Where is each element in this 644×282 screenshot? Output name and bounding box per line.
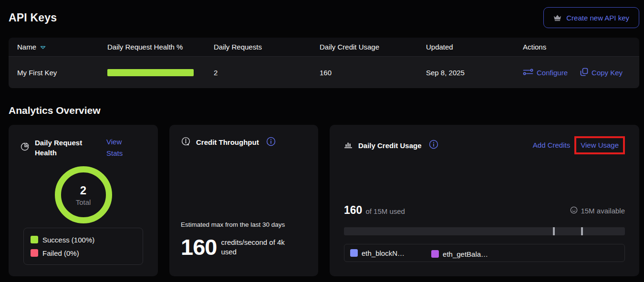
- daily-request-health-card: Daily Request Health View Stats 2 Total …: [9, 125, 158, 276]
- column-header-daily-requests: Daily Requests: [214, 43, 320, 51]
- updated-value: Sep 8, 2025: [426, 69, 523, 77]
- request-health-legend: Success (100%) Failed (0%): [23, 228, 143, 265]
- api-key-name: My First Key: [17, 69, 107, 77]
- credits-used-suffix: of 15M used: [365, 207, 405, 215]
- configure-button[interactable]: Configure: [523, 68, 568, 77]
- configure-label: Configure: [537, 69, 568, 77]
- credit-throughput-stats: Estimated max from the last 30 days 160 …: [181, 221, 307, 258]
- column-header-daily-credit-usage: Daily Credit Usage: [320, 43, 426, 51]
- column-header-name[interactable]: Name: [17, 43, 107, 51]
- success-label: Success (100%): [42, 236, 94, 244]
- add-credits-link[interactable]: Add Credits: [533, 140, 570, 151]
- daily-credit-usage-card: Daily Credit Usage Add Credits View Usag…: [330, 125, 639, 276]
- topbar: API Keys Create new API key: [9, 0, 639, 28]
- info-icon[interactable]: [429, 140, 438, 151]
- pie-chart-icon: [20, 142, 30, 153]
- analytics-cards: Daily Request Health View Stats 2 Total …: [9, 125, 639, 276]
- copy-key-button[interactable]: Copy Key: [580, 68, 623, 78]
- credits-used-value: 160: [344, 204, 362, 217]
- eth-blocknumber-label: eth_blockN…: [362, 249, 405, 257]
- credits-available-label: 15M available: [581, 207, 625, 215]
- column-header-updated: Updated: [426, 43, 523, 51]
- daily-credit-usage-header: Daily Credit Usage Add Credits View Usag…: [344, 136, 625, 154]
- eth-blocknumber-swatch: [350, 249, 358, 257]
- progress-marker: [581, 227, 583, 235]
- table-row: My First Key 2 160 Sep 8, 2025 Configure: [9, 57, 639, 88]
- table-header-row: Name Daily Request Health % Daily Reques…: [9, 38, 639, 57]
- legend-item-eth-getbalance: eth_getBala…: [431, 250, 488, 258]
- create-api-key-label: Create new API key: [566, 14, 629, 22]
- credit-usage-progress-bar: [344, 227, 625, 235]
- progress-marker: [553, 227, 555, 235]
- gauge-icon: [181, 136, 191, 148]
- throughput-value-row: 160 credits/second of 4k used: [181, 236, 307, 258]
- column-header-name-label: Name: [17, 43, 36, 51]
- daily-credit-usage-value: 160: [320, 69, 426, 77]
- smiley-icon: [570, 206, 578, 215]
- daily-credit-usage-title: Daily Credit Usage: [358, 141, 422, 151]
- view-usage-link[interactable]: View Usage: [581, 141, 619, 149]
- actions-cell: Configure Copy Key: [523, 68, 631, 78]
- api-keys-table: Name Daily Request Health % Daily Reques…: [9, 38, 639, 88]
- legend-item-eth-blocknumber: eth_blockN…: [350, 249, 405, 257]
- throughput-value: 160: [181, 236, 217, 258]
- analytics-overview-title: Analytics Overview: [9, 105, 639, 116]
- donut-total-value: 2: [80, 184, 86, 197]
- bar-chart-icon: [344, 141, 353, 151]
- crown-icon: [553, 14, 561, 21]
- throughput-note: Estimated max from the last 30 days: [181, 221, 307, 228]
- credit-throughput-header: Credit Throughput: [181, 136, 307, 148]
- donut-total-label: Total: [76, 198, 91, 206]
- info-icon[interactable]: [266, 137, 276, 148]
- page-title: API Keys: [9, 11, 57, 24]
- daily-request-health-header: Daily Request Health View Stats: [20, 136, 146, 159]
- usage-summary-row: 160 of 15M used 15M available: [344, 204, 625, 217]
- legend-item-failed: Failed (0%): [31, 247, 136, 259]
- daily-request-health-title: Daily Request Health: [35, 138, 88, 158]
- legend-item-success: Success (100%): [31, 234, 136, 245]
- credit-throughput-card: Credit Throughput Estimated max from the…: [169, 125, 318, 276]
- sliders-icon: [523, 68, 533, 77]
- throughput-unit: credits/second of 4k used: [221, 238, 292, 257]
- copy-key-label: Copy Key: [592, 69, 623, 77]
- view-usage-highlight-box: View Usage: [574, 136, 625, 154]
- credit-usage-legend: eth_blockN… eth_getBala…: [344, 244, 625, 262]
- credit-throughput-title: Credit Throughput: [196, 137, 259, 147]
- failed-swatch: [31, 249, 38, 257]
- copy-icon: [580, 68, 588, 78]
- health-percent-bar: [107, 69, 194, 76]
- credits-available: 15M available: [570, 206, 625, 215]
- sort-chevron-down-icon: [40, 43, 46, 51]
- dashboard-page: API Keys Create new API key Name Daily R…: [0, 0, 644, 276]
- daily-requests-value: 2: [214, 69, 320, 77]
- failed-label: Failed (0%): [42, 249, 79, 257]
- eth-getbalance-label: eth_getBala…: [443, 250, 488, 258]
- eth-getbalance-swatch: [431, 250, 439, 258]
- success-swatch: [31, 236, 38, 243]
- view-stats-link[interactable]: View Stats: [106, 136, 129, 159]
- request-health-donut-chart: 2 Total: [55, 166, 112, 223]
- usage-card-body: 160 of 15M used 15M available: [344, 204, 625, 262]
- usage-card-links: Add Credits View Usage: [533, 136, 625, 154]
- create-api-key-button[interactable]: Create new API key: [543, 7, 639, 28]
- health-cell: [107, 69, 214, 76]
- column-header-actions: Actions: [523, 43, 631, 51]
- column-header-health: Daily Request Health %: [107, 43, 214, 51]
